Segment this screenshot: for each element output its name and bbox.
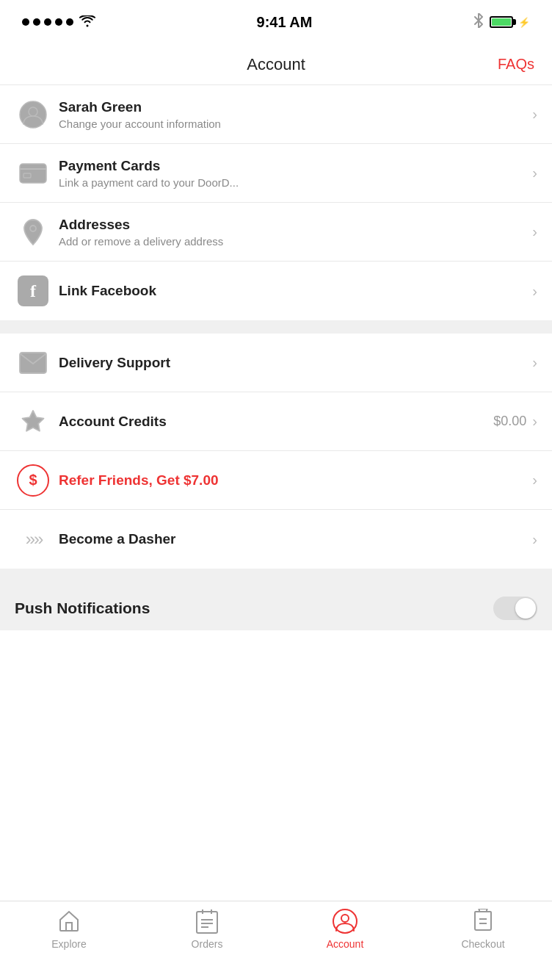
- chevron-icon: ›: [532, 354, 537, 371]
- addresses-title: Addresses: [59, 217, 525, 233]
- section-divider: [0, 320, 552, 334]
- wifi-icon: [79, 14, 95, 31]
- push-notifications-section: Push Notifications: [0, 582, 552, 630]
- nav-header: Account FAQs: [0, 44, 552, 85]
- chevron-icon: ›: [532, 223, 537, 240]
- tab-checkout[interactable]: Checkout: [414, 909, 552, 950]
- svg-rect-4: [23, 173, 31, 178]
- support-item[interactable]: Delivery Support ›: [0, 334, 552, 392]
- page-title: Account: [247, 55, 305, 74]
- credits-value: $0.00: [493, 414, 526, 429]
- section-divider-2: [0, 569, 552, 582]
- tab-account[interactable]: Account: [276, 909, 414, 950]
- addresses-item[interactable]: Addresses Add or remove a delivery addre…: [0, 203, 552, 262]
- dasher-title: Become a Dasher: [59, 531, 525, 547]
- tab-explore[interactable]: Explore: [0, 909, 138, 950]
- mail-icon: [15, 352, 51, 374]
- tab-orders[interactable]: Orders: [138, 909, 276, 950]
- faq-button[interactable]: FAQs: [498, 56, 534, 73]
- svg-rect-7: [197, 912, 217, 933]
- status-right: ⚡: [473, 13, 530, 32]
- chevron-icon: ›: [532, 165, 537, 181]
- svg-point-1: [29, 107, 37, 116]
- tab-orders-label: Orders: [192, 938, 223, 950]
- chevron-icon: ›: [532, 283, 537, 300]
- profile-content: Sarah Green Change your account informat…: [51, 99, 532, 130]
- facebook-content: Link Facebook: [51, 283, 532, 299]
- battery-icon: ⚡: [490, 16, 530, 28]
- status-bar: 9:41 AM ⚡: [0, 0, 552, 44]
- support-title: Delivery Support: [59, 355, 525, 371]
- account-icon: [333, 909, 357, 934]
- orders-icon: [195, 909, 219, 934]
- push-notifications-toggle[interactable]: [493, 597, 537, 620]
- refer-content: Refer Friends, Get $7.00: [51, 472, 532, 489]
- dasher-item[interactable]: » » Become a Dasher ›: [0, 510, 552, 569]
- tab-bar: Explore Orders Account: [0, 901, 552, 980]
- facebook-icon: f: [15, 275, 51, 306]
- addresses-content: Addresses Add or remove a delivery addre…: [51, 217, 532, 248]
- signal-dots: [22, 18, 73, 26]
- chevron-icon: ›: [532, 106, 537, 123]
- credits-item[interactable]: Account Credits $0.00 ›: [0, 392, 552, 451]
- bluetooth-icon: [473, 13, 484, 32]
- status-time: 9:41 AM: [257, 14, 313, 31]
- chevron-icon: ›: [532, 413, 537, 430]
- svg-point-12: [341, 915, 349, 922]
- addresses-subtitle: Add or remove a delivery address: [59, 235, 525, 248]
- chevron-icon: ›: [532, 472, 537, 489]
- payment-content: Payment Cards Link a payment card to you…: [51, 158, 532, 189]
- status-left: [22, 14, 95, 31]
- support-content: Delivery Support: [51, 355, 532, 371]
- account-section: Sarah Green Change your account informat…: [0, 85, 552, 320]
- checkout-icon: [471, 909, 495, 934]
- toggle-knob: [515, 598, 536, 619]
- facebook-item[interactable]: f Link Facebook ›: [0, 262, 552, 320]
- profile-subtitle: Change your account information: [59, 118, 525, 130]
- credits-title: Account Credits: [59, 414, 486, 430]
- tab-explore-label: Explore: [51, 938, 86, 950]
- dollar-circle-icon: $: [15, 464, 51, 497]
- location-icon: [15, 218, 51, 246]
- support-section: Delivery Support › Account Credits $0.00…: [0, 334, 552, 569]
- facebook-title: Link Facebook: [59, 283, 525, 299]
- chevron-icon: ›: [532, 531, 537, 548]
- payment-item[interactable]: Payment Cards Link a payment card to you…: [0, 144, 552, 203]
- home-icon: [57, 909, 81, 934]
- card-icon: [15, 163, 51, 184]
- push-notifications-title: Push Notifications: [15, 599, 150, 617]
- profile-item[interactable]: Sarah Green Change your account informat…: [0, 85, 552, 144]
- payment-title: Payment Cards: [59, 158, 525, 174]
- payment-subtitle: Link a payment card to your DoorD...: [59, 176, 525, 189]
- svg-point-5: [30, 226, 36, 231]
- tab-account-label: Account: [327, 938, 364, 950]
- person-icon: [15, 101, 51, 129]
- star-icon: [15, 408, 51, 435]
- tab-checkout-label: Checkout: [461, 938, 504, 950]
- dasher-content: Become a Dasher: [51, 531, 532, 547]
- credits-content: Account Credits: [51, 414, 493, 430]
- refer-title: Refer Friends, Get $7.00: [59, 472, 525, 489]
- dasher-icon: » »: [15, 529, 51, 550]
- refer-item[interactable]: $ Refer Friends, Get $7.00 ›: [0, 451, 552, 510]
- profile-name: Sarah Green: [59, 99, 525, 115]
